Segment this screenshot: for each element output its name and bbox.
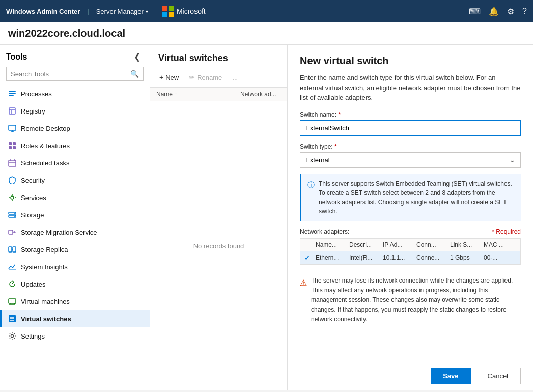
svg-rect-29 bbox=[13, 247, 16, 252]
sidebar-item-label: Storage Replica bbox=[21, 246, 68, 254]
topbar: Windows Admin Center | Server Manager ▾ … bbox=[0, 0, 533, 22]
svg-rect-16 bbox=[13, 146, 16, 149]
adapters-table-header: Name... Descri... IP Ad... Conn... Link … bbox=[300, 239, 520, 251]
terminal-icon[interactable]: ⌨ bbox=[469, 7, 481, 16]
sidebar-item-updates[interactable]: Updates bbox=[0, 275, 150, 293]
security-icon bbox=[8, 176, 17, 185]
sidebar-item-label: Settings bbox=[21, 332, 45, 340]
sidebar-item-virtual-switches[interactable]: Virtual switches bbox=[0, 310, 150, 327]
server-name: win2022core.cloud.local bbox=[8, 27, 525, 39]
svg-rect-32 bbox=[9, 299, 16, 303]
adapters-header: Network adapters: * Required bbox=[300, 228, 521, 235]
sidebar-item-processes[interactable]: Processes bbox=[0, 85, 150, 102]
sidebar-item-roles-features[interactable]: Roles & features bbox=[0, 137, 150, 154]
switch-name-input[interactable] bbox=[300, 120, 521, 136]
sidebar-item-storage-migration[interactable]: Storage Migration Service bbox=[0, 223, 150, 241]
info-text: This server supports Switch Embedded Tea… bbox=[319, 179, 515, 216]
info-box: ⓘ This server supports Switch Embedded T… bbox=[300, 174, 521, 221]
col-check bbox=[304, 241, 315, 248]
sidebar-collapse-button[interactable]: ❮ bbox=[131, 51, 144, 63]
rename-icon: ✏ bbox=[189, 73, 195, 81]
main-layout: Tools ❮ 🔍 Processes Registry bbox=[0, 45, 533, 390]
settings-icon bbox=[8, 331, 17, 341]
virtual-machines-icon bbox=[8, 297, 17, 306]
virtual-switches-icon bbox=[8, 314, 17, 323]
sidebar-item-remote-desktop[interactable]: Remote Desktop bbox=[0, 120, 150, 137]
bell-icon[interactable]: 🔔 bbox=[489, 7, 499, 16]
adapters-label: Network adapters: bbox=[300, 228, 349, 235]
sidebar-item-registry[interactable]: Registry bbox=[0, 102, 150, 120]
sidebar-header: Tools ❮ bbox=[0, 45, 150, 67]
sidebar-item-services[interactable]: Services bbox=[0, 189, 150, 206]
svg-point-25 bbox=[14, 216, 15, 217]
switch-type-select[interactable]: External ⌄ bbox=[300, 152, 521, 168]
content-panel-title: Virtual switches bbox=[158, 53, 279, 64]
scheduled-tasks-icon bbox=[8, 158, 17, 167]
server-manager-link[interactable]: Server Manager ▾ bbox=[96, 8, 148, 15]
save-button[interactable]: Save bbox=[431, 368, 470, 384]
no-records-text: No records found bbox=[193, 242, 244, 250]
more-label: ... bbox=[232, 74, 238, 81]
search-input[interactable] bbox=[11, 70, 130, 78]
col-mac-h: MAC ... bbox=[483, 241, 516, 248]
server-manager-chevron-icon: ▾ bbox=[146, 9, 148, 14]
warning-box: ⚠ The server may lose its network connec… bbox=[300, 271, 521, 330]
col-link-h: Link S... bbox=[449, 241, 483, 248]
chevron-down-icon: ⌄ bbox=[510, 156, 515, 164]
sidebar-item-storage-replica[interactable]: Storage Replica bbox=[0, 241, 150, 258]
sort-arrow-icon: ↑ bbox=[175, 92, 177, 97]
gear-icon[interactable]: ⚙ bbox=[507, 7, 514, 16]
sidebar-item-label: Storage Migration Service bbox=[21, 229, 97, 236]
svg-rect-26 bbox=[9, 230, 13, 234]
sidebar-item-label: Virtual switches bbox=[21, 315, 71, 323]
adapter-name: Ethern... bbox=[315, 254, 348, 261]
processes-icon bbox=[8, 89, 17, 98]
sidebar-item-storage[interactable]: Storage bbox=[0, 206, 150, 223]
topbar-actions: ⌨ 🔔 ⚙ ? bbox=[469, 7, 527, 16]
sidebar-item-system-insights[interactable]: System Insights bbox=[0, 258, 150, 275]
sidebar-item-label: Processes bbox=[21, 90, 52, 98]
content-panel: Virtual switches + New ✏ Rename ... Name… bbox=[150, 45, 288, 390]
rename-button[interactable]: ✏ Rename bbox=[185, 71, 226, 84]
remote-desktop-icon bbox=[8, 124, 17, 133]
content-body: No records found bbox=[150, 101, 287, 390]
new-button[interactable]: + New bbox=[155, 71, 183, 84]
sidebar-item-settings[interactable]: Settings bbox=[0, 327, 150, 345]
svg-rect-0 bbox=[162, 6, 167, 11]
svg-rect-28 bbox=[9, 247, 12, 252]
svg-rect-5 bbox=[9, 93, 16, 94]
search-box[interactable]: 🔍 bbox=[6, 67, 144, 81]
svg-rect-7 bbox=[9, 108, 15, 114]
svg-point-40 bbox=[11, 335, 14, 338]
storage-replica-icon bbox=[8, 245, 17, 254]
cancel-button[interactable]: Cancel bbox=[475, 368, 521, 384]
col-name-h: Name... bbox=[315, 241, 348, 248]
topbar-separator: | bbox=[87, 8, 89, 15]
adapter-mac: 00-... bbox=[483, 254, 516, 261]
sidebar-item-label: Virtual machines bbox=[21, 298, 70, 305]
svg-rect-4 bbox=[9, 91, 16, 92]
adapter-link: 1 Gbps bbox=[449, 254, 483, 261]
server-manager-label: Server Manager bbox=[96, 8, 144, 15]
help-icon[interactable]: ? bbox=[522, 7, 527, 16]
warning-link[interactable]: If that happens, you must reapply the st… bbox=[311, 306, 507, 323]
microsoft-label: Microsoft bbox=[177, 7, 206, 15]
svg-point-24 bbox=[14, 213, 15, 214]
col-desc-h: Descri... bbox=[348, 241, 382, 248]
detail-footer: Save Cancel bbox=[288, 361, 533, 390]
adapter-conn: Conne... bbox=[415, 254, 449, 261]
sidebar-item-virtual-machines[interactable]: Virtual machines bbox=[0, 293, 150, 310]
rename-label: Rename bbox=[197, 74, 222, 81]
new-label: New bbox=[165, 74, 179, 81]
sidebar-item-security[interactable]: Security bbox=[0, 172, 150, 189]
search-icon: 🔍 bbox=[130, 70, 139, 78]
sidebar-item-scheduled-tasks[interactable]: Scheduled tasks bbox=[0, 154, 150, 172]
info-icon: ⓘ bbox=[307, 180, 315, 216]
col-name-header: Name ↑ bbox=[156, 91, 240, 98]
adapter-row[interactable]: ✓ Ethern... Intel(R... 10.1.1... Conne..… bbox=[300, 251, 520, 264]
sidebar-item-label: Security bbox=[21, 177, 45, 184]
detail-content: New virtual switch Enter the name and sw… bbox=[288, 45, 533, 361]
more-button[interactable]: ... bbox=[228, 71, 242, 84]
sidebar-item-label: System Insights bbox=[21, 263, 68, 271]
sidebar-item-label: Scheduled tasks bbox=[21, 159, 69, 167]
